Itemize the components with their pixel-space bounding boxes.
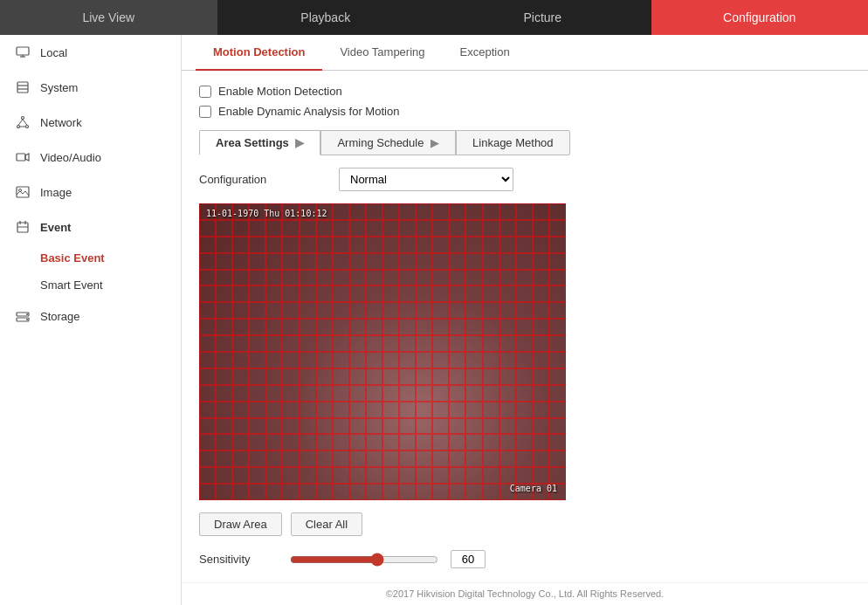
grid-cell bbox=[449, 368, 465, 385]
svg-marker-13 bbox=[25, 154, 29, 161]
nav-picture[interactable]: Picture bbox=[434, 0, 651, 35]
grid-cell bbox=[465, 467, 482, 484]
grid-cell bbox=[399, 270, 416, 286]
grid-cell bbox=[465, 385, 482, 402]
grid-cell bbox=[449, 319, 465, 335]
svg-rect-12 bbox=[17, 154, 25, 161]
grid-cell bbox=[399, 319, 416, 335]
clear-all-button[interactable]: Clear All bbox=[291, 512, 362, 536]
grid-cell bbox=[366, 402, 382, 418]
nav-configuration[interactable]: Configuration bbox=[651, 0, 869, 35]
grid-cell bbox=[399, 450, 416, 467]
grid-cell bbox=[516, 402, 533, 418]
grid-cell bbox=[533, 335, 549, 352]
grid-cell bbox=[449, 450, 465, 467]
sidebar-item-system[interactable]: System bbox=[0, 70, 181, 105]
sidebar-item-video-audio[interactable]: Video/Audio bbox=[0, 140, 181, 175]
grid-cell bbox=[265, 302, 282, 319]
grid-cell bbox=[432, 220, 449, 237]
grid-cell bbox=[316, 220, 333, 237]
sidebar-item-basic-event[interactable]: Basic Event bbox=[0, 244, 181, 272]
grid-cell bbox=[349, 402, 366, 418]
grid-cell bbox=[300, 484, 316, 500]
grid-cell bbox=[216, 220, 232, 237]
grid-cell bbox=[516, 418, 533, 435]
grid-cell bbox=[483, 237, 499, 253]
grid-cell bbox=[232, 467, 249, 484]
grid-cell bbox=[333, 484, 349, 500]
sensitivity-value-input[interactable] bbox=[451, 550, 486, 568]
sidebar-item-network[interactable]: Network bbox=[0, 105, 181, 140]
sub-tab-linkage-method[interactable]: Linkage Method bbox=[456, 130, 570, 155]
grid-cell bbox=[300, 418, 316, 435]
grid-cell bbox=[232, 302, 249, 319]
sub-tab-arming-schedule-label: Arming Schedule bbox=[337, 136, 424, 149]
grid-cell bbox=[449, 418, 465, 435]
grid-cell bbox=[265, 434, 282, 450]
tab-motion-detection[interactable]: Motion Detection bbox=[196, 35, 322, 71]
grid-cell bbox=[416, 237, 432, 253]
grid-cell bbox=[465, 484, 482, 500]
grid-cell bbox=[382, 319, 399, 335]
grid-cell bbox=[265, 418, 282, 435]
nav-playback[interactable]: Playback bbox=[217, 0, 435, 35]
grid-cell bbox=[366, 484, 382, 500]
grid-cell bbox=[333, 203, 349, 220]
grid-cell bbox=[216, 237, 232, 253]
tab-video-tampering[interactable]: Video Tampering bbox=[322, 35, 442, 71]
enable-motion-detection-checkbox[interactable] bbox=[199, 86, 211, 98]
sidebar-label-network: Network bbox=[40, 116, 82, 129]
content-body: Enable Motion Detection Enable Dynamic A… bbox=[182, 71, 868, 582]
grid-cell bbox=[416, 335, 432, 352]
grid-cell bbox=[465, 253, 482, 270]
video-icon bbox=[14, 148, 31, 166]
grid-cell bbox=[349, 253, 366, 270]
sidebar-item-smart-event[interactable]: Smart Event bbox=[0, 272, 181, 299]
grid-cell bbox=[549, 237, 566, 253]
grid-cell bbox=[516, 450, 533, 467]
sidebar-item-image[interactable]: Image bbox=[0, 175, 181, 210]
grid-cell bbox=[300, 434, 316, 450]
grid-cell bbox=[316, 352, 333, 368]
grid-cell bbox=[216, 253, 232, 270]
grid-cell bbox=[265, 270, 282, 286]
grid-cell bbox=[232, 368, 249, 385]
grid-cell bbox=[516, 352, 533, 368]
camera-grid-container[interactable]: (function() { const container = document… bbox=[199, 203, 566, 500]
grid-cell bbox=[282, 402, 299, 418]
grid-cell bbox=[483, 484, 499, 500]
grid-cell bbox=[516, 220, 533, 237]
grid-cell bbox=[300, 253, 316, 270]
sensitivity-slider[interactable] bbox=[290, 553, 438, 567]
grid-cell bbox=[499, 368, 516, 385]
grid-cell bbox=[199, 385, 216, 402]
grid-cell bbox=[216, 352, 232, 368]
grid-cell bbox=[483, 385, 499, 402]
grid-cell bbox=[382, 484, 399, 500]
svg-point-8 bbox=[26, 126, 29, 128]
tab-exception[interactable]: Exception bbox=[443, 35, 527, 71]
grid-cell bbox=[199, 237, 216, 253]
grid-cell bbox=[549, 450, 566, 467]
grid-cell bbox=[199, 434, 216, 450]
grid-cell bbox=[366, 467, 382, 484]
grid-cell bbox=[416, 418, 432, 435]
grid-cell bbox=[316, 302, 333, 319]
grid-cell bbox=[265, 450, 282, 467]
draw-area-button[interactable]: Draw Area bbox=[199, 512, 282, 536]
grid-cell bbox=[366, 203, 382, 220]
sub-tab-arming-schedule[interactable]: Arming Schedule ▶ bbox=[320, 130, 456, 155]
enable-dynamic-analysis-checkbox[interactable] bbox=[199, 106, 211, 118]
grid-cell bbox=[300, 352, 316, 368]
configuration-select[interactable]: Normal Expert bbox=[339, 168, 513, 191]
grid-cell bbox=[382, 434, 399, 450]
grid-cell bbox=[333, 418, 349, 435]
sensitivity-label: Sensitivity bbox=[199, 553, 278, 566]
nav-live-view[interactable]: Live View bbox=[0, 0, 217, 35]
sidebar-item-event[interactable]: Event bbox=[0, 210, 181, 244]
grid-cell bbox=[282, 270, 299, 286]
sidebar-item-local[interactable]: Local bbox=[0, 35, 181, 70]
grid-cell bbox=[216, 270, 232, 286]
sidebar-item-storage[interactable]: Storage bbox=[0, 299, 181, 333]
sub-tab-area-settings[interactable]: Area Settings ▶ bbox=[199, 130, 320, 155]
